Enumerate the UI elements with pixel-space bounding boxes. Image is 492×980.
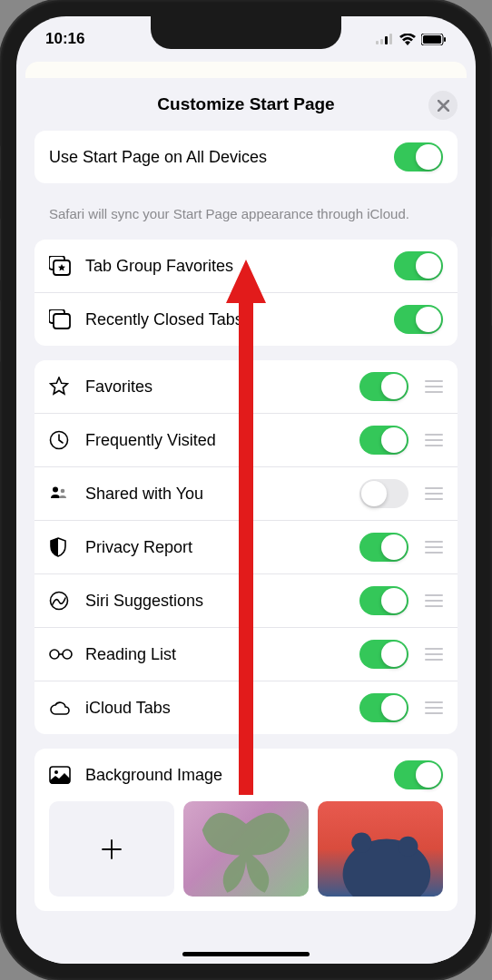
svg-point-21	[398, 837, 418, 857]
screen: 10:16 Customize Start Page Use Start Pag…	[16, 16, 476, 964]
sync-hint: Safari will sync your Start Page appeara…	[34, 198, 458, 240]
background-thumb-butterfly[interactable]	[183, 801, 309, 897]
svg-point-20	[351, 833, 371, 853]
plus-icon	[100, 838, 123, 861]
siri-suggestions-reorder-handle[interactable]	[425, 594, 443, 607]
reading-list-reorder-handle[interactable]	[425, 648, 443, 661]
row-frequently-visited: Frequently Visited	[34, 413, 458, 466]
svg-point-12	[53, 487, 58, 493]
frequently-visited-toggle[interactable]	[359, 426, 408, 455]
row-recently-closed: Recently Closed Tabs	[34, 292, 458, 346]
battery-icon	[421, 34, 447, 45]
section-items: Favorites Frequently Visited	[34, 360, 458, 734]
svg-rect-5	[423, 35, 441, 44]
close-icon	[438, 100, 449, 112]
recently-closed-icon	[49, 309, 76, 329]
svg-rect-1	[380, 39, 383, 44]
background-thumbnails	[34, 801, 458, 911]
home-indicator[interactable]	[182, 952, 310, 956]
sheet-title: Customize Start Page	[157, 94, 334, 114]
background-thumb-bear[interactable]	[318, 801, 443, 897]
section-background: Background Image	[34, 749, 458, 911]
icloud-tabs-toggle[interactable]	[359, 693, 408, 722]
siri-suggestions-toggle[interactable]	[359, 586, 408, 615]
section-tabs: Tab Group Favorites Recently Closed Tabs	[34, 240, 458, 346]
sync-label: Use Start Page on All Devices	[49, 148, 394, 167]
shared-with-you-reorder-handle[interactable]	[425, 487, 443, 500]
section-sync: Use Start Page on All Devices	[34, 131, 458, 183]
privacy-report-toggle[interactable]	[359, 533, 408, 562]
row-background-image: Background Image	[34, 749, 458, 801]
favorites-reorder-handle[interactable]	[425, 380, 443, 393]
clock-icon	[49, 430, 76, 450]
siri-icon	[49, 591, 76, 611]
tab-group-favorites-label: Tab Group Favorites	[85, 257, 394, 276]
tab-group-favorites-toggle[interactable]	[394, 251, 443, 280]
row-sync: Use Start Page on All Devices	[34, 131, 458, 183]
tab-group-favorites-icon	[49, 256, 76, 276]
image-icon	[49, 766, 76, 784]
row-privacy-report: Privacy Report	[34, 520, 458, 573]
svg-rect-3	[389, 34, 392, 44]
recently-closed-label: Recently Closed Tabs	[85, 310, 394, 329]
frequently-visited-label: Frequently Visited	[85, 431, 359, 450]
reading-list-label: Reading List	[85, 645, 359, 664]
notch	[151, 16, 341, 49]
close-button[interactable]	[428, 91, 458, 120]
mute-switch	[0, 145, 1, 181]
row-favorites: Favorites	[34, 360, 458, 413]
favorites-toggle[interactable]	[359, 372, 408, 401]
add-background-button[interactable]	[49, 801, 174, 897]
frequently-visited-reorder-handle[interactable]	[425, 434, 443, 446]
sync-toggle[interactable]	[394, 142, 443, 172]
privacy-report-label: Privacy Report	[85, 538, 359, 557]
reading-list-toggle[interactable]	[359, 640, 408, 669]
privacy-report-reorder-handle[interactable]	[425, 541, 443, 554]
svg-rect-0	[376, 41, 379, 44]
row-icloud-tabs: iCloud Tabs	[34, 681, 458, 734]
recently-closed-toggle[interactable]	[394, 305, 443, 334]
svg-point-18	[54, 770, 58, 774]
iphone-frame: 10:16 Customize Start Page Use Start Pag…	[0, 0, 492, 980]
svg-rect-10	[54, 314, 70, 328]
siri-suggestions-label: Siri Suggestions	[85, 592, 359, 611]
svg-rect-2	[385, 36, 388, 44]
glasses-icon	[49, 648, 76, 661]
favorites-label: Favorites	[85, 377, 359, 397]
shared-with-you-icon	[49, 484, 76, 504]
shared-with-you-label: Shared with You	[85, 485, 359, 504]
icloud-tabs-reorder-handle[interactable]	[425, 701, 443, 714]
star-icon	[49, 377, 76, 397]
wifi-icon	[399, 34, 416, 45]
background-image-label: Background Image	[85, 766, 394, 785]
shield-icon	[49, 537, 76, 557]
svg-point-13	[61, 489, 65, 494]
card-behind	[25, 62, 467, 78]
row-siri-suggestions: Siri Suggestions	[34, 573, 458, 627]
row-shared-with-you: Shared with You	[34, 466, 458, 520]
icloud-tabs-label: iCloud Tabs	[85, 699, 359, 718]
row-reading-list: Reading List	[34, 627, 458, 681]
status-right	[376, 34, 447, 45]
svg-point-16	[63, 650, 72, 659]
shared-with-you-toggle[interactable]	[359, 479, 408, 508]
background-image-toggle[interactable]	[394, 760, 443, 789]
status-time: 10:16	[45, 30, 84, 48]
sheet-header: Customize Start Page	[20, 78, 472, 131]
svg-rect-6	[444, 37, 446, 42]
row-tab-group-favorites: Tab Group Favorites	[34, 240, 458, 292]
cloud-icon	[49, 701, 76, 715]
volume-down-button	[0, 299, 1, 363]
content[interactable]: Use Start Page on All Devices Safari wil…	[20, 131, 472, 911]
customize-sheet: Customize Start Page Use Start Page on A…	[20, 78, 472, 964]
svg-point-15	[50, 650, 59, 659]
volume-up-button	[0, 218, 1, 281]
signal-icon	[376, 34, 394, 44]
